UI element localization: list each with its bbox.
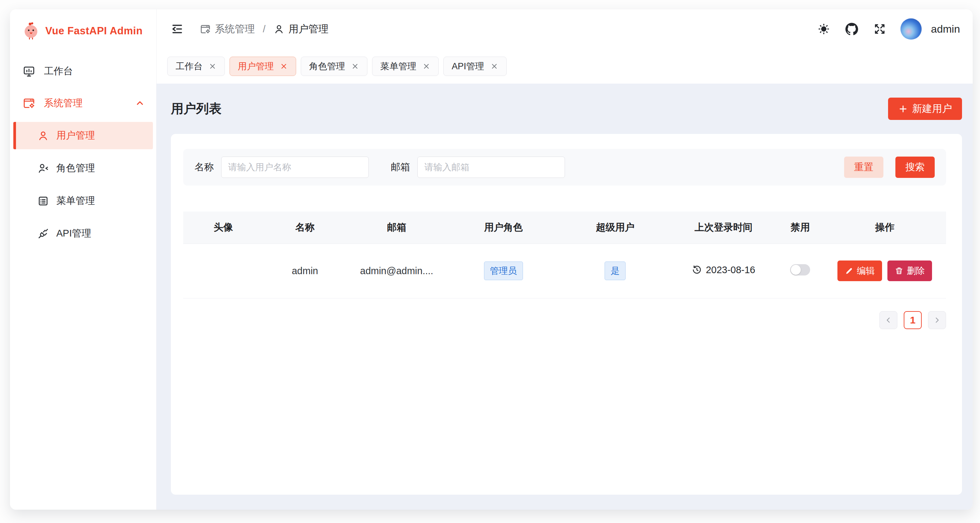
column-header-name: 名称 [263,211,347,243]
chevron-left-icon [884,316,893,324]
tab-workbench[interactable]: 工作台 [167,57,225,76]
cell-avatar [183,243,263,298]
breadcrumb-label: 系统管理 [215,22,255,36]
sidebar-menu: 工作台 系统管理 [10,55,156,250]
breadcrumb-system-management[interactable]: 系统管理 [200,22,255,36]
tab-user-management[interactable]: 用户管理 [229,57,296,76]
cell-disabled [777,243,823,298]
tab-label: 工作台 [175,60,202,72]
sidebar-item-menu-management[interactable]: 菜单管理 [13,187,153,215]
tab-menu-management[interactable]: 菜单管理 [372,57,439,76]
sidebar-item-api-management[interactable]: API管理 [13,220,153,247]
new-user-button[interactable]: 新建用户 [888,98,962,120]
email-filter-input[interactable] [417,157,565,178]
logo[interactable]: Vue FastAPI Admin [10,10,156,52]
cell-last-login: 2023-08-16 [670,243,777,298]
topbar-actions: admin [816,18,960,40]
tab-role-management[interactable]: 角色管理 [301,57,368,76]
window-gear-icon [200,24,211,35]
table-header-row: 头像 名称 邮箱 用户角色 超级用户 上次登录时间 禁用 操作 [183,211,946,243]
cell-role: 管理员 [447,243,560,298]
table-row: admin admin@admin.... 管理员 是 [183,243,946,298]
breadcrumb-separator: / [263,24,266,35]
sidebar-item-role-management[interactable]: 角色管理 [13,154,153,182]
close-icon[interactable] [490,62,498,70]
column-header-last-login: 上次登录时间 [670,211,777,243]
main-area: 系统管理 / 用户管理 [157,10,973,510]
fullscreen-icon[interactable] [872,22,887,36]
cell-name: admin [263,243,347,298]
github-icon[interactable] [845,22,859,36]
content-card: 名称 邮箱 重置 搜索 [171,134,962,495]
cell-superuser: 是 [560,243,670,298]
sidebar-item-label: 用户管理 [56,129,95,142]
filter-panel: 名称 邮箱 重置 搜索 [183,149,946,186]
column-header-email: 邮箱 [347,211,447,243]
plus-icon [898,104,908,114]
chevron-up-icon [135,98,145,108]
monitor-icon [23,65,35,78]
name-filter-input[interactable] [221,157,369,178]
close-icon[interactable] [280,62,288,70]
sidebar-item-user-management[interactable]: 用户管理 [13,122,153,149]
sidebar-item-workbench[interactable]: 工作台 [10,58,156,85]
edit-button[interactable]: 编辑 [837,261,882,281]
close-icon[interactable] [208,62,216,70]
sidebar-item-label: 工作台 [44,65,73,78]
page-title: 用户列表 [171,100,221,117]
name-filter-label: 名称 [194,161,214,174]
column-header-superuser: 超级用户 [560,211,670,243]
breadcrumb-user-management[interactable]: 用户管理 [274,22,328,36]
breadcrumb: 系统管理 / 用户管理 [200,22,328,36]
cell-email: admin@admin.... [347,243,447,298]
role-icon [37,162,49,174]
topbar: 系统管理 / 用户管理 [157,10,973,49]
screen: Vue FastAPI Admin 工作台 [0,0,980,523]
theme-sun-icon[interactable] [816,22,831,36]
next-page-button[interactable] [928,311,946,329]
user-icon [274,24,285,35]
trash-icon [895,267,904,275]
collapse-sidebar-icon[interactable] [170,22,185,36]
tab-label: API管理 [452,60,484,72]
tab-label: 用户管理 [238,60,274,72]
sidebar-item-label: 系统管理 [44,97,83,110]
chevron-right-icon [933,316,941,324]
users-table: 头像 名称 邮箱 用户角色 超级用户 上次登录时间 禁用 操作 [183,211,946,299]
column-header-role: 用户角色 [447,211,560,243]
sidebar-item-label: 菜单管理 [56,194,95,208]
app-window: Vue FastAPI Admin 工作台 [10,10,973,510]
column-header-disabled: 禁用 [777,211,823,243]
window-gear-icon [23,97,35,110]
tabs-bar: 工作台 用户管理 角色管理 [157,49,973,84]
app-title: Vue FastAPI Admin [45,25,143,37]
sidebar-item-label: API管理 [56,227,91,240]
tab-label: 角色管理 [309,60,345,72]
sidebar-submenu: 用户管理 角色管理 [10,119,156,250]
cell-actions: 编辑 删除 [823,243,946,298]
user-icon [37,130,49,141]
last-login-date: 2023-08-16 [706,264,755,275]
avatar[interactable] [900,18,922,40]
tab-api-management[interactable]: API管理 [443,57,507,76]
delete-button[interactable]: 删除 [888,261,932,281]
sidebar-item-system-management[interactable]: 系统管理 [10,90,156,117]
close-icon[interactable] [351,62,359,70]
search-button[interactable]: 搜索 [896,157,935,178]
previous-page-button[interactable] [880,311,897,329]
role-tag: 管理员 [484,262,523,280]
column-header-actions: 操作 [823,211,946,243]
reset-button[interactable]: 重置 [844,157,883,178]
sidebar: Vue FastAPI Admin 工作台 [10,10,157,510]
page-number-button[interactable]: 1 [904,311,922,329]
sidebar-item-label: 角色管理 [56,162,95,175]
history-clock-icon [692,265,702,275]
pencil-icon [845,267,853,275]
tab-label: 菜单管理 [380,60,416,72]
email-filter-label: 邮箱 [391,161,410,174]
username[interactable]: admin [931,23,960,35]
superuser-tag: 是 [605,262,625,280]
close-icon[interactable] [422,62,430,70]
pagination: 1 [183,311,946,329]
disabled-toggle[interactable] [790,264,810,275]
